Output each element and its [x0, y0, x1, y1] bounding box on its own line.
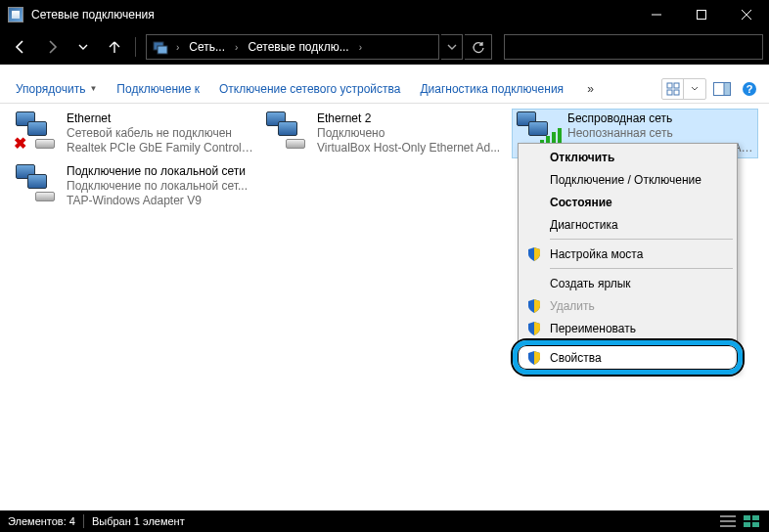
svg-rect-1	[698, 11, 706, 20]
connection-name: Ethernet 2	[317, 111, 500, 126]
menu-item[interactable]: Переименовать	[520, 317, 735, 339]
organize-label: Упорядочить	[16, 82, 85, 96]
menu-item-label: Состояние	[550, 196, 612, 209]
help-button[interactable]: ?	[738, 77, 761, 101]
forward-button[interactable]	[37, 33, 67, 61]
breadcrumb-seg-2[interactable]: Сетевые подклю...	[242, 35, 354, 59]
search-input[interactable]	[504, 34, 763, 60]
chevron-down-icon[interactable]	[684, 79, 705, 99]
status-bar: Элементов: 4 Выбран 1 элемент	[0, 510, 769, 532]
chevron-right-icon[interactable]: ›	[355, 42, 366, 53]
address-dropdown[interactable]	[441, 34, 463, 60]
maximize-button[interactable]	[679, 0, 724, 29]
large-icons-view-button[interactable]	[742, 513, 761, 529]
view-icon[interactable]	[662, 79, 684, 99]
highlight-ring	[513, 340, 743, 375]
connection-item[interactable]: Подключение по локальной сетиПодключение…	[12, 162, 256, 210]
menu-item[interactable]: Подключение / Отключение	[520, 168, 735, 191]
separator	[83, 514, 84, 528]
title-bar: Сетевые подключения	[0, 0, 769, 29]
svg-text:?: ?	[746, 83, 753, 95]
svg-rect-20	[752, 522, 759, 527]
view-mode-split-button[interactable]	[661, 78, 706, 100]
navigation-bar: › Сеть... › Сетевые подклю... ›	[0, 29, 769, 65]
menu-item[interactable]: Диагностика	[520, 213, 735, 236]
location-icon	[149, 35, 172, 59]
chevron-down-icon: ▼	[89, 84, 97, 93]
connection-status: Неопознанная сеть	[567, 126, 755, 141]
preview-pane-button[interactable]	[710, 77, 734, 101]
connection-text: Ethernet 2ПодключеноVirtualBox Host-Only…	[317, 111, 500, 155]
svg-rect-11	[724, 82, 731, 95]
chevron-right-icon[interactable]: ›	[231, 42, 242, 53]
disable-device-button[interactable]: Отключение сетевого устройства	[211, 78, 408, 100]
svg-rect-14	[720, 515, 736, 517]
refresh-button[interactable]	[465, 34, 492, 60]
svg-rect-9	[674, 90, 679, 95]
network-adapter-icon	[14, 111, 61, 151]
svg-rect-8	[667, 90, 672, 95]
menu-item-label: Переименовать	[550, 322, 636, 335]
menu-item[interactable]: Настройка моста	[520, 243, 735, 265]
svg-rect-17	[744, 515, 750, 520]
menu-separator	[550, 239, 733, 240]
overflow-label: »	[583, 82, 598, 96]
shield-icon	[526, 321, 542, 336]
menu-item-label: Создать ярлык	[550, 277, 631, 290]
breadcrumb-seg-1[interactable]: Сеть...	[183, 35, 231, 59]
menu-item-label: Удалить	[550, 299, 595, 313]
window-title: Сетевые подключения	[31, 8, 634, 22]
details-view-button[interactable]	[718, 513, 738, 529]
svg-rect-7	[674, 83, 679, 88]
menu-item: Удалить	[520, 294, 735, 317]
menu-item-label: Диагностика	[550, 218, 618, 232]
disable-label: Отключение сетевого устройства	[219, 82, 400, 96]
app-icon	[8, 7, 23, 22]
connection-device: TAP-Windows Adapter V9	[67, 194, 248, 208]
item-count: Элементов: 4	[8, 515, 75, 527]
selection-count: Выбран 1 элемент	[92, 515, 185, 527]
connection-item[interactable]: EthernetСетевой кабель не подключенRealt…	[12, 110, 256, 157]
svg-rect-16	[720, 525, 736, 527]
diagnose-label: Диагностика подключения	[420, 82, 564, 96]
menu-separator	[550, 342, 733, 343]
menu-item-label: Подключение / Отключение	[550, 173, 701, 187]
connection-name: Подключение по локальной сети	[67, 164, 248, 179]
svg-rect-6	[667, 83, 672, 88]
connection-item[interactable]: Ethernet 2ПодключеноVirtualBox Host-Only…	[262, 110, 507, 157]
connection-status: Подключено	[317, 126, 500, 141]
menu-item-label: Настройка моста	[550, 247, 643, 261]
back-button[interactable]	[6, 33, 35, 61]
network-adapter-icon	[14, 164, 61, 203]
svg-rect-18	[752, 515, 759, 520]
connection-name: Ethernet	[67, 111, 254, 126]
command-bar: Упорядочить▼ Подключение к Отключение се…	[0, 74, 769, 104]
menu-item[interactable]: Отключить	[520, 146, 735, 168]
menu-item[interactable]: Создать ярлык	[520, 272, 735, 294]
connect-to-button[interactable]: Подключение к	[109, 78, 207, 100]
separator	[135, 37, 136, 57]
overflow-button[interactable]: »	[575, 78, 606, 100]
connection-device: Realtek PCIe GbE Family Controller	[67, 141, 254, 155]
recent-dropdown[interactable]	[68, 33, 98, 61]
spacer	[0, 65, 769, 74]
connection-text: EthernetСетевой кабель не подключенRealt…	[67, 111, 254, 155]
up-button[interactable]	[100, 33, 129, 61]
diagnose-button[interactable]: Диагностика подключения	[412, 78, 571, 100]
context-menu: ОтключитьПодключение / ОтключениеСостоян…	[518, 143, 738, 372]
connect-label: Подключение к	[116, 82, 200, 96]
shield-icon	[526, 350, 542, 366]
svg-rect-5	[158, 46, 167, 54]
connection-text: Подключение по локальной сетиПодключение…	[67, 164, 248, 208]
menu-item-label: Отключить	[550, 151, 614, 164]
connection-status: Сетевой кабель не подключен	[67, 126, 254, 141]
minimize-button[interactable]	[634, 0, 679, 29]
connections-view[interactable]: EthernetСетевой кабель не подключенRealt…	[0, 104, 769, 510]
chevron-right-icon[interactable]: ›	[172, 42, 183, 53]
connection-status: Подключение по локальной сет...	[67, 179, 248, 194]
menu-item[interactable]: Состояние	[520, 191, 735, 213]
menu-item[interactable]: Свойства	[520, 346, 735, 369]
organize-menu[interactable]: Упорядочить▼	[8, 78, 105, 100]
close-button[interactable]	[724, 0, 769, 29]
address-bar[interactable]: › Сеть... › Сетевые подклю... ›	[146, 34, 439, 60]
